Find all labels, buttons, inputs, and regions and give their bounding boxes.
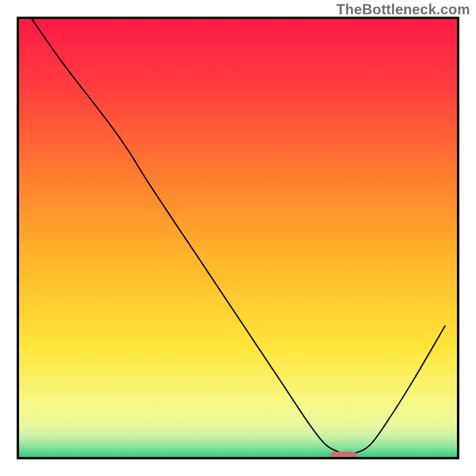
watermark-label: TheBottleneck.com bbox=[336, 1, 470, 18]
chart-background bbox=[18, 18, 458, 458]
bottleneck-chart bbox=[0, 0, 476, 476]
chart-container: TheBottleneck.com bbox=[0, 0, 476, 476]
